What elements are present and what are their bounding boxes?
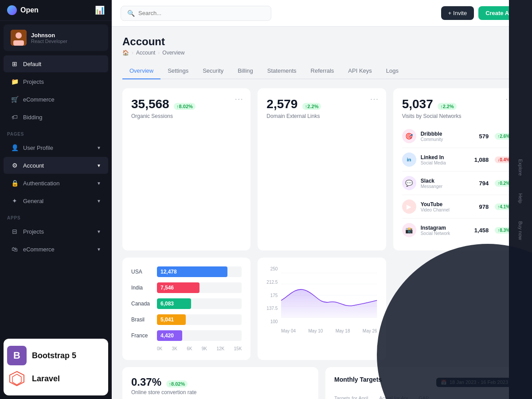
- gap-label: GAP: [419, 395, 471, 399]
- tabs: Overview Settings Security Billing State…: [122, 63, 521, 79]
- sidebar-item-user-profile[interactable]: 👤 User Profile ▼: [4, 139, 108, 156]
- svg-marker-3: [10, 372, 24, 386]
- promo-bar: B Bootstrap 5 Laravel: [4, 339, 108, 395]
- nav-item-projects[interactable]: 📁 Projects: [4, 73, 108, 90]
- sidebar-item-ecommerce-app[interactable]: 🛍 eCommerce ▼: [4, 241, 108, 258]
- main-content: 🔍 + Invite Create App Account 🏠 › Accoun…: [112, 0, 532, 399]
- logo: Open: [7, 5, 39, 15]
- more-options-icon[interactable]: ···: [235, 95, 243, 103]
- topbar: 🔍 + Invite Create App: [112, 0, 532, 27]
- nav-item-bidding[interactable]: 🏷 Bidding: [4, 109, 108, 125]
- line-chart-card: 250 212.5 175 137.5 100: [258, 258, 386, 360]
- conv-label: Online store convertion rate: [131, 389, 309, 395]
- tab-statements[interactable]: Statements: [260, 63, 304, 79]
- instagram-icon: 📸: [402, 223, 416, 237]
- social-item-slack: 💬 Slack Messanger 794 ↑0.2%: [402, 172, 512, 195]
- bottom-row: ··· 0.37% ↑8.02% Online store convertion…: [122, 367, 521, 399]
- search-input[interactable]: [138, 10, 265, 16]
- linkedin-val: 1,088: [474, 156, 489, 163]
- projects-app-icon: ⊟: [11, 227, 19, 235]
- more-options-icon-2[interactable]: ···: [370, 95, 379, 103]
- nav-item-default[interactable]: ⊞ Default: [4, 55, 108, 72]
- tab-billing[interactable]: Billing: [231, 63, 260, 79]
- line-chart: 250 212.5 175 137.5 100: [266, 266, 377, 333]
- default-icon: ⊞: [11, 60, 19, 68]
- tab-api-keys[interactable]: API Keys: [341, 63, 379, 79]
- slack-name: Slack: [421, 178, 442, 184]
- tab-security[interactable]: Security: [196, 63, 231, 79]
- bar-fill: 7,546: [157, 282, 200, 293]
- linkedin-type: Social Media: [421, 160, 446, 165]
- bar-chart: USA 12,478 India 7,546 Canada 6,083 Bras…: [131, 266, 242, 341]
- sidebar-label-general: General: [23, 198, 43, 204]
- stat-card-social: ··· 5,037 ↑2.2% Visits by Social Network…: [393, 88, 521, 250]
- tab-logs[interactable]: Logs: [379, 63, 406, 79]
- charts-row: USA 12,478 India 7,546 Canada 6,083 Bras…: [122, 258, 521, 360]
- linkedin-name: Linked In: [421, 154, 446, 160]
- sidebar-item-projects-app[interactable]: ⊟ Projects ▼: [4, 223, 108, 240]
- line-chart-svg: [281, 266, 377, 324]
- user-profile-icon: 👤: [11, 144, 19, 152]
- explore-button[interactable]: Explore: [514, 155, 527, 180]
- account-icon: ⚙: [11, 161, 19, 169]
- amount-targets: Targets for April $ 12,706: [334, 395, 370, 399]
- bar-label: USA: [131, 269, 153, 275]
- line-chart-svg-container: May 04 May 10 May 18 May 26: [281, 266, 377, 333]
- breadcrumb-account[interactable]: Account: [136, 50, 155, 56]
- bidding-icon: 🏷: [11, 113, 19, 121]
- logo-text: Open: [20, 6, 39, 14]
- bar-chart-card: USA 12,478 India 7,546 Canada 6,083 Bras…: [122, 258, 250, 360]
- sidebar-item-authentication[interactable]: 🔒 Authentication ▼: [4, 175, 108, 192]
- sidebar-label-account: Account: [23, 162, 44, 169]
- slack-type: Messanger: [421, 184, 442, 189]
- stat-value-social: 5,037: [402, 97, 433, 111]
- bar-label: India: [131, 285, 153, 291]
- bar-label: France: [131, 332, 153, 339]
- ecommerce-app-icon: 🛍: [11, 245, 19, 253]
- empty-chart-card: [393, 258, 521, 360]
- bar-row: Brasil 5,041: [131, 314, 242, 325]
- chart-icon[interactable]: 📊: [95, 5, 105, 15]
- tab-referrals[interactable]: Referrals: [304, 63, 341, 79]
- help-button[interactable]: Help: [514, 189, 527, 208]
- conv-badge: ↑8.02%: [166, 380, 188, 387]
- social-item-instagram: 📸 Instagram Social Network 1,458 ↑8.3%: [402, 219, 512, 242]
- tab-overview[interactable]: Overview: [122, 63, 160, 79]
- nav-item-ecommerce[interactable]: 🛒 eCommerce: [4, 91, 108, 108]
- buy-now-button[interactable]: Buy now: [514, 217, 527, 244]
- svg-point-1: [16, 32, 22, 39]
- user-profile[interactable]: Johnson React Developer: [4, 24, 108, 51]
- sidebar-item-general[interactable]: ✦ General ▼: [4, 192, 108, 209]
- invite-button[interactable]: + Invite: [441, 6, 474, 20]
- search-box[interactable]: 🔍: [121, 6, 271, 21]
- chevron-down-icon-4: ▼: [97, 199, 101, 203]
- chevron-down-icon-5: ▼: [97, 229, 101, 234]
- bar-row: Canada 6,083: [131, 298, 242, 309]
- avatar: [11, 30, 27, 46]
- instagram-name: Instagram: [421, 225, 450, 231]
- search-icon: 🔍: [127, 10, 135, 17]
- logo-icon: [7, 5, 17, 15]
- dribbble-name: Dribbble: [421, 131, 443, 137]
- monthly-header: Monthly Targets 📅 18 Jan 2023 - 16 Feb 2…: [334, 376, 512, 388]
- ecommerce-icon: 🛒: [11, 95, 19, 103]
- stat-badge-sessions: ↑8.02%: [174, 103, 196, 110]
- user-info: Johnson React Developer: [31, 32, 67, 44]
- bar-track: 12,478: [157, 266, 242, 277]
- stat-label-links: Domain External Links: [266, 113, 377, 119]
- instagram-val: 1,458: [474, 227, 489, 234]
- social-item-linkedin: in Linked In Social Media 1,088 ↓0.4%: [402, 148, 512, 172]
- tab-settings[interactable]: Settings: [160, 63, 196, 79]
- svg-marker-4: [12, 374, 21, 385]
- bar-fill: 4,420: [157, 330, 182, 341]
- right-panel: Explore Help Buy now: [509, 0, 532, 399]
- bar-track: 7,546: [157, 282, 242, 293]
- sidebar-item-account[interactable]: ⚙ Account ▼: [4, 157, 108, 174]
- user-role: React Developer: [31, 39, 67, 44]
- projects-icon: 📁: [11, 78, 19, 86]
- chevron-down-icon-6: ▼: [97, 247, 101, 252]
- bar-fill: 12,478: [157, 266, 227, 277]
- auth-icon: 🔒: [11, 179, 19, 187]
- chevron-down-icon-2: ▼: [97, 163, 101, 168]
- bar-track: 5,041: [157, 314, 242, 325]
